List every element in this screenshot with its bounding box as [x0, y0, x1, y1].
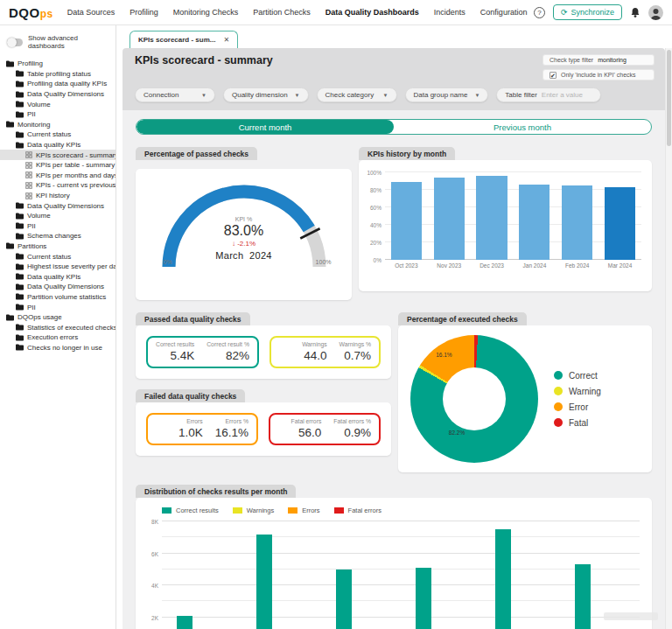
sidebar-item-partitions[interactable]: Partitions [0, 241, 116, 252]
sidebar-item-label: KPIs - current vs previous month [36, 181, 116, 189]
sidebar-item-dqops-usage[interactable]: DQOps usage [0, 312, 116, 323]
folder-icon [16, 70, 24, 77]
panel-chip: Failed data quality checks [136, 389, 245, 402]
bar-nov-2023-correct-results[interactable] [256, 535, 272, 629]
sidebar-item-label: Profiling [18, 59, 43, 67]
sidebar-item-table-profiling-status[interactable]: Table profiling status [0, 69, 116, 80]
filter-data-group-name[interactable]: Data group name▼ [405, 87, 489, 102]
bar-feb-2024-correct-results[interactable] [495, 529, 511, 629]
grid-icon [25, 192, 32, 199]
sidebar-item-highest-issue-severity-per-day[interactable]: Highest issue severity per day [0, 262, 116, 272]
bar-dec-2023-correct-results[interactable] [336, 570, 352, 629]
nav-item-incidents[interactable]: Incidents [434, 8, 466, 17]
bar-feb-2024[interactable] [562, 185, 592, 260]
sidebar-item-pii[interactable]: PII [0, 221, 116, 232]
distribution-legend: Correct resultsWarningsErrorsFatal error… [162, 507, 640, 514]
bar-group-nov-2023 [242, 521, 321, 629]
help-icon[interactable]: ? [534, 7, 545, 18]
nav-item-partition-checks[interactable]: Partition Checks [253, 8, 311, 17]
sidebar-item-profiling[interactable]: Profiling [0, 59, 116, 69]
tab-kpis-scorecard-summary[interactable]: KPIs scorecard - sum... ✕ [130, 31, 238, 48]
passed-checks-gauge-panel: Percentage of passed checks KPI % 83.0% … [136, 144, 352, 300]
sidebar-item-data-quality-kpis[interactable]: Data quality KPIs [0, 140, 116, 150]
tab-current-month[interactable]: Current month [136, 120, 394, 134]
grid-icon [25, 162, 32, 169]
y-axis-tick: 20% [370, 240, 385, 246]
bar-dec-2023[interactable] [476, 176, 507, 260]
bar-oct-2023[interactable] [391, 182, 422, 260]
nav-item-data-quality-dashboards[interactable]: Data Quality Dashboards [326, 8, 419, 17]
sidebar-item-kpis-current-vs-previous-month[interactable]: KPIs - current vs previous month [0, 180, 116, 191]
bar-jan-2024-correct-results[interactable] [416, 568, 431, 629]
failed-stat-box: Errors1.0KErrors %16.1% [146, 413, 258, 445]
tab-previous-month[interactable]: Previous month [394, 120, 651, 134]
bar-oct-2023-correct-results[interactable] [177, 616, 192, 629]
bar-nov-2023[interactable] [434, 178, 465, 260]
y-axis-tick: 100% [367, 170, 385, 176]
sidebar-item-data-quality-dimensions[interactable]: Data Quality Dimensions [0, 89, 116, 100]
folder-icon [16, 344, 24, 351]
sidebar-item-schema-changes[interactable]: Schema changes [0, 231, 116, 241]
include-in-kpi-filter[interactable]: ✔ Only 'include in KPI' checks [542, 69, 654, 80]
bar-mar-2024-correct-results[interactable] [575, 564, 591, 629]
nav-item-configuration[interactable]: Configuration [480, 8, 528, 17]
filter-check-category[interactable]: Check category▼ [317, 87, 397, 102]
nav-item-data-sources[interactable]: Data Sources [67, 8, 116, 17]
sidebar-item-label: KPIs per table - summary [36, 161, 115, 169]
panel-chip: Passed data quality checks [136, 312, 250, 325]
nav-item-profiling[interactable]: Profiling [130, 8, 158, 17]
stat-value: 56.0 [291, 426, 322, 439]
sidebar-item-pii[interactable]: PII [0, 109, 116, 120]
sidebar-item-data-quality-dimensions[interactable]: Data Quality Dimensions [0, 200, 116, 211]
sidebar-item-data-quality-kpis[interactable]: Data quality KPIs [0, 271, 116, 282]
sidebar-item-partition-volume-statistics[interactable]: Partition volume statistics [0, 292, 116, 303]
sidebar-item-execution-errors[interactable]: Execution errors [0, 332, 116, 343]
failed-stats-card: Errors1.0KErrors %16.1%Fatal errors56.0F… [136, 402, 391, 456]
filter-quality-dimension[interactable]: Quality dimension▼ [223, 87, 309, 102]
legend-label: Fatal [569, 418, 588, 428]
sidebar-item-volume[interactable]: Volume [0, 211, 116, 221]
notifications-bell-icon[interactable] [630, 7, 640, 18]
close-icon[interactable]: ✕ [223, 36, 229, 44]
table-filter-input[interactable] [542, 91, 592, 99]
sidebar-item-current-status[interactable]: Current status [0, 129, 116, 140]
sidebar-item-statistics-of-executed-checks[interactable]: Statistics of executed checks [0, 322, 116, 332]
check-type-filter[interactable]: Check type filter monitoring [542, 54, 654, 66]
grid-icon [25, 171, 32, 178]
stat-label: Warnings % [340, 341, 371, 347]
stat-warnings: Warnings %0.7% [340, 341, 371, 362]
toggle-switch[interactable] [7, 38, 23, 46]
sidebar-item-monitoring[interactable]: Monitoring [0, 120, 116, 130]
filter-label: Connection [144, 91, 178, 99]
bar-mar-2024[interactable] [605, 187, 635, 260]
sidebar-item-data-quality-dimensions[interactable]: Data Quality Dimensions [0, 282, 116, 292]
filter-connection[interactable]: Connection▼ [135, 87, 215, 102]
filter-bar: Connection▼Quality dimension▼Check categ… [135, 87, 654, 102]
sidebar-item-label: Partitions [18, 242, 46, 250]
synchronize-button[interactable]: ⟳ Synchronize [553, 4, 622, 20]
bar-jan-2024[interactable] [519, 185, 550, 260]
nav-item-monitoring-checks[interactable]: Monitoring Checks [173, 8, 239, 17]
legend-label: Errors [302, 507, 319, 514]
sidebar-item-kpis-scorecard-summary[interactable]: KPIs scorecard - summary [0, 150, 116, 160]
y-axis-tick: 40% [370, 222, 385, 228]
stat-label: Warnings [302, 341, 326, 347]
stat-correct-result: Correct result %82% [206, 341, 249, 362]
sidebar-item-kpi-history[interactable]: KPI history [0, 191, 116, 201]
vertical-scrollbar[interactable] [665, 48, 672, 629]
sidebar-item-label: Statistics of executed checks [27, 324, 116, 332]
gauge-max-label: 100% [316, 259, 332, 265]
scrollbar-thumb[interactable] [667, 50, 671, 146]
sidebar-item-kpis-per-table-summary[interactable]: KPIs per table - summary [0, 160, 116, 171]
legend-dot [554, 371, 563, 380]
folder-icon [16, 293, 24, 300]
sidebar-item-pii[interactable]: PII [0, 302, 116, 312]
sidebar-item-volume[interactable]: Volume [0, 99, 116, 109]
user-avatar[interactable] [648, 5, 663, 20]
sidebar-item-profiling-data-quality-kpis[interactable]: Profiling data quality KPIs [0, 79, 116, 89]
sidebar-item-checks-no-longer-in-use[interactable]: Checks no longer in use [0, 343, 116, 353]
sidebar-item-label: Current status [27, 253, 71, 261]
sidebar-item-current-status[interactable]: Current status [0, 251, 116, 262]
checkbox-checked-icon[interactable]: ✔ [550, 72, 556, 79]
sidebar-item-kpis-per-months-and-days[interactable]: KPIs per months and days [0, 171, 116, 181]
